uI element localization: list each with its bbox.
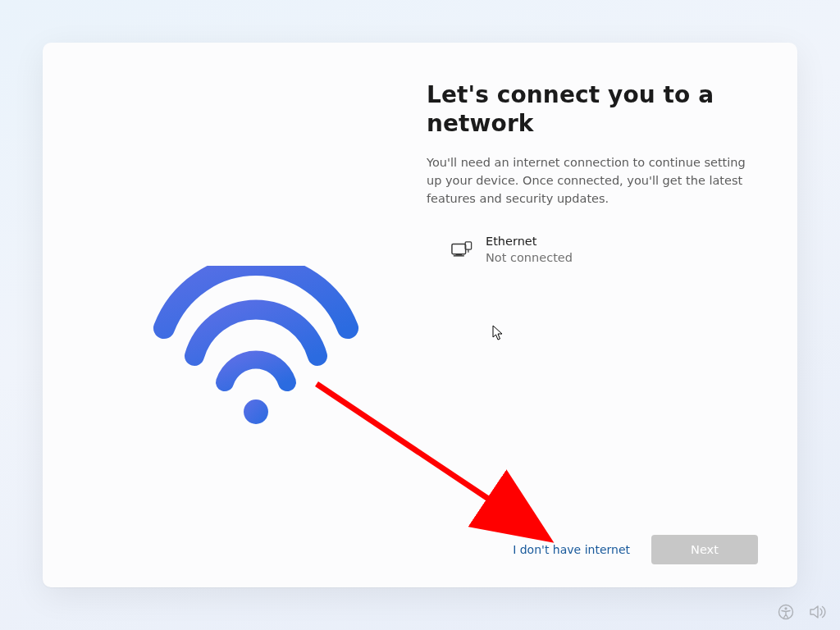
network-name: Ethernet <box>486 234 573 250</box>
volume-icon[interactable] <box>809 604 827 620</box>
illustration-pane <box>43 43 420 587</box>
wifi-icon <box>149 266 363 430</box>
svg-rect-2 <box>456 253 462 255</box>
svg-point-0 <box>244 399 268 424</box>
network-item-labels: Ethernet Not connected <box>486 234 573 266</box>
footer-row: I don't have internet Next <box>427 535 758 564</box>
svg-rect-1 <box>452 244 466 253</box>
setup-card: Let's connect you to a network You'll ne… <box>43 43 797 587</box>
svg-rect-3 <box>454 255 464 256</box>
next-button[interactable]: Next <box>651 535 758 564</box>
page-description: You'll need an internet connection to co… <box>427 154 758 208</box>
network-item-ethernet[interactable]: Ethernet Not connected <box>427 229 758 271</box>
network-status: Not connected <box>486 250 573 267</box>
page-title: Let's connect you to a network <box>427 80 722 138</box>
accessibility-icon[interactable] <box>778 604 794 620</box>
svg-point-7 <box>784 607 787 609</box>
ethernet-icon <box>451 240 472 260</box>
no-internet-link[interactable]: I don't have internet <box>509 538 633 561</box>
oobe-tray <box>778 604 827 620</box>
content-pane: Let's connect you to a network You'll ne… <box>420 43 797 587</box>
